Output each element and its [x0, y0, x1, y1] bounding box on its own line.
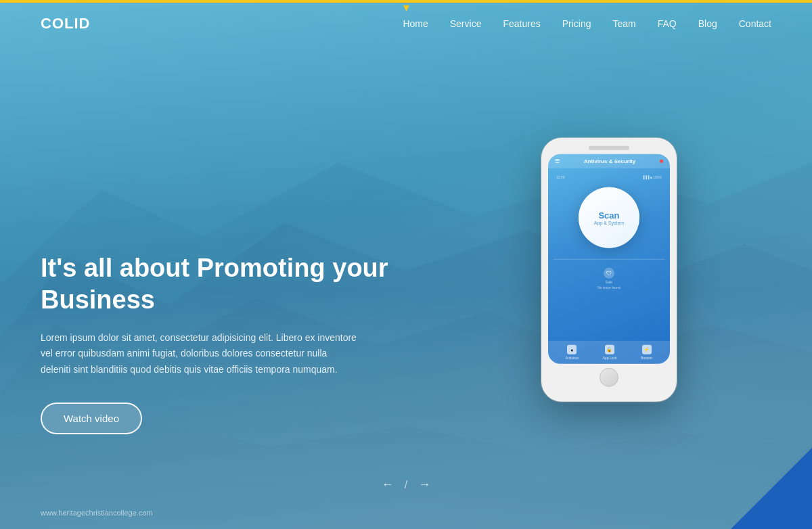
chevron-down-icon[interactable]: ▾	[403, 0, 409, 15]
phone-divider	[554, 259, 664, 260]
safe-label: Safe	[606, 280, 612, 284]
phone-screen-body: 12:00 ▐▐▐ ■ 100% Scan App & System 🛡 Saf…	[548, 168, 670, 298]
phone-status-row: 🛡 Safe No issue found	[554, 265, 664, 292]
phone-speaker	[589, 146, 629, 150]
phone-status-safe: 🛡 Safe No issue found	[597, 268, 620, 290]
phone-screen: ☰ Antivirus & Security 12:00 ▐▐▐ ■ 100% …	[548, 154, 670, 364]
antivirus-icon: ♦	[567, 345, 577, 354]
nav-contact[interactable]: Contact	[739, 18, 771, 29]
hero-section: ▾ COLID Home Service Features Pricing Te…	[0, 0, 812, 529]
phone-nav-antivirus: ♦ Antivirus	[566, 345, 579, 360]
phone-mockup: ☰ Antivirus & Security 12:00 ▐▐▐ ■ 100% …	[541, 138, 677, 402]
nav-links: Home Service Features Pricing Team FAQ B…	[403, 18, 771, 30]
nav-features[interactable]: Features	[503, 18, 540, 29]
applock-label: App Lock	[603, 356, 617, 360]
phone-dots	[660, 160, 663, 163]
slider-next-arrow[interactable]: →	[418, 478, 430, 492]
nav-home[interactable]: Home	[403, 18, 428, 29]
hamburger-icon: ☰	[555, 158, 560, 164]
watch-video-label: Watch video	[64, 413, 119, 424]
shield-icon: 🛡	[604, 268, 614, 279]
phone-screen-header: ☰ Antivirus & Security	[548, 154, 670, 168]
nav-faq[interactable]: FAQ	[658, 18, 677, 29]
scan-sub: App & System	[594, 221, 624, 225]
nav-team[interactable]: Team	[612, 18, 635, 29]
booster-label: Booster	[641, 356, 652, 360]
no-issues-label: No issue found	[597, 285, 620, 290]
slider-nav: ← / →	[382, 478, 430, 492]
antivirus-label: Antivirus	[566, 356, 579, 360]
nav-pricing[interactable]: Pricing	[562, 18, 591, 29]
applock-icon: 🔒	[605, 345, 614, 354]
phone-app-title: Antivirus & Security	[584, 158, 635, 164]
logo: COLID	[41, 15, 90, 32]
phone-outer: ☰ Antivirus & Security 12:00 ▐▐▐ ■ 100% …	[541, 138, 677, 402]
slider-divider: /	[405, 479, 407, 491]
booster-icon: ⚡	[642, 345, 652, 354]
corner-triangle	[731, 448, 812, 529]
phone-status-bar: 12:00 ▐▐▐ ■ 100%	[554, 174, 664, 181]
phone-home-button[interactable]	[600, 368, 618, 387]
scan-label: Scan	[598, 210, 619, 221]
phone-signal: ▐▐▐ ■ 100%	[642, 175, 662, 179]
nav-service[interactable]: Service	[450, 18, 482, 29]
phone-time: 12:00	[556, 175, 565, 179]
phone-nav-booster: ⚡ Booster	[641, 345, 652, 360]
watch-video-button[interactable]: Watch video	[41, 402, 142, 434]
phone-bottom-nav: ♦ Antivirus 🔒 App Lock ⚡ Booster	[548, 341, 670, 364]
phone-nav-applock: 🔒 App Lock	[603, 345, 617, 360]
dot-red	[660, 160, 663, 163]
hero-title: It's all about Promoting your Business	[41, 252, 392, 317]
hero-description: Lorem ipsum dolor sit amet, consectetur …	[41, 330, 359, 378]
footer-url: www.heritagechristiancollege.com	[41, 509, 153, 517]
scan-circle: Scan App & System	[579, 187, 639, 248]
slider-prev-arrow[interactable]: ←	[382, 478, 394, 492]
hero-content: It's all about Promoting your Business L…	[41, 252, 392, 434]
nav-blog[interactable]: Blog	[698, 18, 717, 29]
